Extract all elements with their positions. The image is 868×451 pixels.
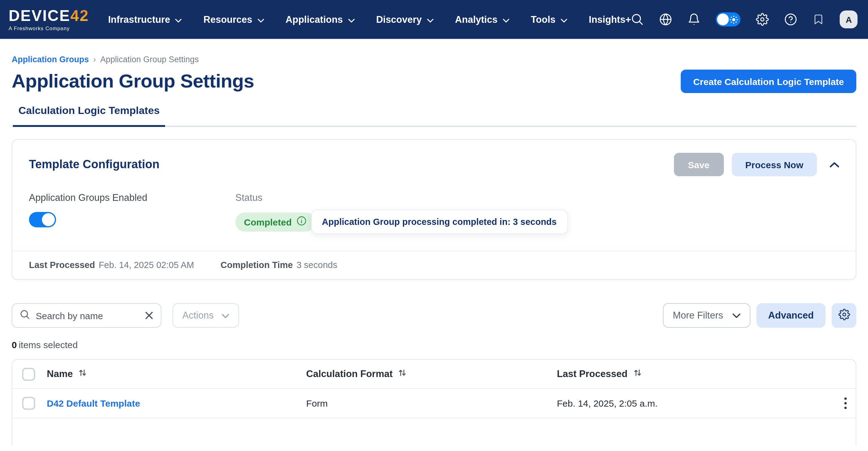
select-all-checkbox[interactable] <box>22 367 35 381</box>
page-title: Application Group Settings <box>12 70 254 92</box>
advanced-button[interactable]: Advanced <box>756 303 826 328</box>
calculation-format-cell: Form <box>306 398 557 409</box>
breadcrumb-separator: › <box>93 55 96 64</box>
breadcrumb: Application Groups › Application Group S… <box>12 55 856 64</box>
chevron-down-icon <box>175 14 182 25</box>
last-processed-label: Last Processed <box>29 260 95 270</box>
toolbar-right: More Filters Advanced <box>663 303 856 328</box>
settings-gear-icon[interactable] <box>756 13 769 26</box>
completion-time-label: Completion Time <box>221 260 293 270</box>
menu-infrastructure[interactable]: Infrastructure <box>108 14 182 25</box>
table-empty-space <box>12 418 856 446</box>
theme-toggle-knob <box>717 13 729 25</box>
actions-dropdown[interactable]: Actions <box>173 303 239 328</box>
collapse-card-button[interactable] <box>830 160 839 169</box>
create-template-button[interactable]: Create Calculation Logic Template <box>681 70 856 93</box>
globe-icon[interactable] <box>659 13 673 26</box>
menu-discovery[interactable]: Discovery <box>376 14 433 25</box>
page: DEVICE42 A Freshworks Company Infrastruc… <box>0 0 868 451</box>
selection-count-number: 0 <box>12 339 17 350</box>
info-icon <box>296 216 307 228</box>
user-avatar[interactable]: A <box>840 10 858 28</box>
last-processed-cell: Feb. 14, 2025, 2:05 a.m. <box>557 398 823 409</box>
menu-applications[interactable]: Applications <box>285 14 354 25</box>
search-input[interactable] <box>36 310 139 321</box>
search-icon <box>20 309 30 322</box>
templates-table: Name Calculation Format Last Processed D… <box>12 359 856 446</box>
device42-logo[interactable]: DEVICE42 A Freshworks Company <box>9 8 89 31</box>
list-toolbar: Actions More Filters Advanced <box>12 303 856 328</box>
card-header: Template Configuration Save Process Now <box>12 140 856 176</box>
logo-wordmark: DEVICE42 <box>9 8 89 23</box>
row-checkbox-cell <box>22 397 47 410</box>
chevron-down-icon <box>348 14 354 25</box>
actions-label: Actions <box>182 310 214 321</box>
completion-time-value: 3 seconds <box>297 260 337 270</box>
status-field: Status Completed Application Group proce… <box>235 192 568 234</box>
application-groups-toggle[interactable] <box>29 212 56 227</box>
logo-text: DEVICE <box>9 8 70 23</box>
process-now-button[interactable]: Process Now <box>732 153 817 176</box>
enabled-field: Application Groups Enabled <box>29 192 235 234</box>
status-badge[interactable]: Completed <box>235 212 315 231</box>
chevron-down-icon <box>222 310 229 321</box>
tab-bar: Calculation Logic Templates <box>12 105 856 127</box>
table-row: D42 Default Template Form Feb. 14, 2025,… <box>12 389 856 418</box>
top-navbar: DEVICE42 A Freshworks Company Infrastruc… <box>0 0 868 39</box>
search-icon[interactable] <box>631 13 644 26</box>
save-button[interactable]: Save <box>674 153 723 176</box>
navbar-actions: A <box>631 10 858 28</box>
table-settings-button[interactable] <box>832 303 856 328</box>
chevron-down-icon <box>257 14 264 25</box>
help-icon[interactable] <box>784 13 798 26</box>
template-name-link[interactable]: D42 Default Template <box>47 398 306 409</box>
completion-time: Completion Time3 seconds <box>221 260 337 270</box>
chevron-up-icon <box>830 160 839 169</box>
sun-icon <box>728 13 740 28</box>
main-content: Application Groups › Application Group S… <box>0 55 868 446</box>
menu-resources[interactable]: Resources <box>204 14 264 25</box>
status-message-tooltip: Application Group processing completed i… <box>311 209 568 234</box>
breadcrumb-current: Application Group Settings <box>100 55 199 64</box>
toggle-knob <box>41 213 55 226</box>
page-header: Application Group Settings Create Calcul… <box>12 70 856 93</box>
menu-insights[interactable]: Insights+ <box>589 14 631 25</box>
tab-calculation-logic-templates[interactable]: Calculation Logic Templates <box>13 105 165 127</box>
sort-icon <box>78 368 87 380</box>
table-header-row: Name Calculation Format Last Processed <box>12 360 856 389</box>
breadcrumb-parent-link[interactable]: Application Groups <box>12 55 89 64</box>
status-label: Status <box>235 192 568 203</box>
search-box <box>12 303 161 328</box>
last-processed-value: Feb. 14, 2025 02:05 AM <box>99 260 194 270</box>
column-header-name[interactable]: Name <box>47 368 306 380</box>
clear-search-icon[interactable] <box>145 311 153 320</box>
sort-icon <box>398 368 407 380</box>
chevron-down-icon <box>733 310 741 321</box>
menu-tools[interactable]: Tools <box>531 14 567 25</box>
status-row: Completed Application Group processing c… <box>235 209 568 234</box>
column-header-last-processed[interactable]: Last Processed <box>557 368 823 380</box>
row-actions-kebab-icon[interactable] <box>839 394 852 412</box>
more-filters-dropdown[interactable]: More Filters <box>663 303 750 328</box>
theme-toggle[interactable] <box>716 12 741 27</box>
card-body: Application Groups Enabled Status Comple… <box>12 176 856 251</box>
bookmark-icon[interactable] <box>813 13 825 26</box>
last-processed: Last ProcessedFeb. 14, 2025 02:05 AM <box>29 260 194 270</box>
header-checkbox-cell <box>22 367 47 381</box>
status-badge-text: Completed <box>244 216 292 227</box>
template-configuration-card: Template Configuration Save Process Now … <box>12 139 856 280</box>
card-footer: Last ProcessedFeb. 14, 2025 02:05 AM Com… <box>12 251 856 279</box>
notifications-bell-icon[interactable] <box>688 13 701 26</box>
main-menu: Infrastructure Resources Applications Di… <box>108 14 631 25</box>
menu-analytics[interactable]: Analytics <box>455 14 509 25</box>
selection-count-label: items selected <box>19 339 78 350</box>
chevron-down-icon <box>427 14 433 25</box>
gear-icon <box>838 309 850 322</box>
chevron-down-icon <box>502 14 509 25</box>
enabled-label: Application Groups Enabled <box>29 192 235 203</box>
column-header-calculation-format[interactable]: Calculation Format <box>306 368 557 380</box>
row-checkbox[interactable] <box>22 397 35 410</box>
logo-tagline: A Freshworks Company <box>9 25 70 31</box>
logo-accent: 42 <box>70 8 89 23</box>
sort-icon <box>633 368 642 380</box>
